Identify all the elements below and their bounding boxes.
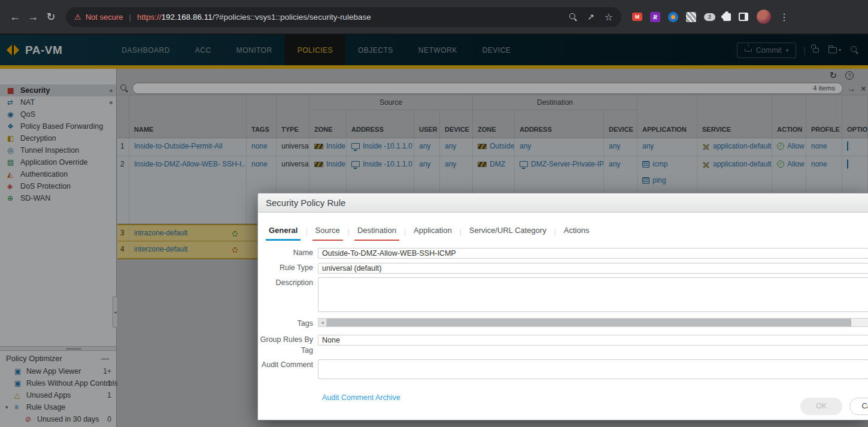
description-label: Description xyxy=(258,277,318,314)
tab-application[interactable]: Application xyxy=(411,226,455,241)
zoom-page-icon[interactable] xyxy=(569,13,577,21)
tab-destination[interactable]: Destination xyxy=(354,226,399,241)
screen: ← → ↻ ⚠ Not secure | https://192.168.86.… xyxy=(0,0,868,427)
tab-service-url-category[interactable]: Service/URL Category xyxy=(466,226,550,241)
bookmark-star-icon[interactable]: ☆ xyxy=(605,11,613,23)
audit-comment-archive-link[interactable]: Audit Comment Archive xyxy=(322,393,400,402)
tags-label: Tags xyxy=(258,318,318,329)
omnibox-divider: | xyxy=(129,13,131,22)
tab-source[interactable]: Source xyxy=(312,226,343,241)
tab-divider: | xyxy=(460,228,462,241)
tab-divider: | xyxy=(348,228,350,241)
address-bar[interactable]: ⚠ Not secure | https://192.168.86.11/?#p… xyxy=(66,7,621,27)
rule-type-select[interactable] xyxy=(318,263,868,274)
tab-divider: | xyxy=(305,228,307,241)
side-panel-icon[interactable] xyxy=(739,13,748,21)
not-secure-label[interactable]: Not secure xyxy=(86,13,123,22)
browser-forward-button[interactable]: → xyxy=(24,11,42,23)
tab-actions[interactable]: Actions xyxy=(561,226,593,241)
rule-type-label: Rule Type xyxy=(258,262,318,274)
page-url[interactable]: https://192.168.86.11/?#policies::vsys1:… xyxy=(137,13,371,22)
tags-scrollbar-thumb[interactable] xyxy=(327,319,851,326)
group-rules-by-tag-label: Group Rules By Tag xyxy=(258,334,318,356)
browser-reload-button[interactable]: ↻ xyxy=(42,10,60,23)
share-icon[interactable]: ↗ xyxy=(587,12,594,22)
url-scheme: https:// xyxy=(137,13,162,22)
extensions-row: M R 2 xyxy=(632,12,748,22)
tab-divider: | xyxy=(554,228,556,241)
cancel-button[interactable]: Cancel xyxy=(849,398,868,415)
tags-field[interactable]: ◂ xyxy=(318,318,868,327)
dialog-title: Security Policy Rule xyxy=(258,193,868,213)
cloud-extension-icon[interactable]: 2 xyxy=(704,13,715,21)
description-textarea[interactable] xyxy=(318,277,868,312)
tab-divider: | xyxy=(404,228,406,241)
dialog-tabs: General | Source | Destination | Applica… xyxy=(258,213,868,241)
audit-comment-label: Audit Comment xyxy=(258,359,318,381)
extensions-puzzle-icon[interactable] xyxy=(723,13,731,21)
not-secure-warning-icon[interactable]: ⚠ xyxy=(74,13,81,22)
browser-back-button[interactable]: ← xyxy=(6,11,24,23)
security-policy-rule-dialog: Security Policy Rule General | Source | … xyxy=(257,193,868,420)
stripes-extension-icon[interactable] xyxy=(686,12,696,22)
url-path: /?#policies::vsys1::policies/security-ru… xyxy=(213,13,371,22)
browser-menu-icon[interactable]: ⋮ xyxy=(779,11,789,23)
url-host: 192.168.86.11 xyxy=(161,13,212,22)
tags-scroll-left-icon[interactable]: ◂ xyxy=(318,319,327,326)
browser-profile-avatar[interactable] xyxy=(757,10,771,24)
dialog-form: Name Rule Type Description Tags ◂ xyxy=(258,241,868,402)
ok-button[interactable]: OK xyxy=(800,398,842,415)
r-extension-icon[interactable]: R xyxy=(650,12,660,22)
browser-toolbar: ← → ↻ ⚠ Not secure | https://192.168.86.… xyxy=(0,0,868,34)
rule-name-input[interactable] xyxy=(318,248,868,259)
mail-extension-icon[interactable]: M xyxy=(632,13,642,21)
name-label: Name xyxy=(258,247,318,259)
group-rules-by-tag-select[interactable] xyxy=(318,335,868,346)
audit-comment-textarea[interactable] xyxy=(318,359,868,379)
tab-general[interactable]: General xyxy=(266,226,301,241)
honey-extension-icon[interactable] xyxy=(668,12,678,22)
